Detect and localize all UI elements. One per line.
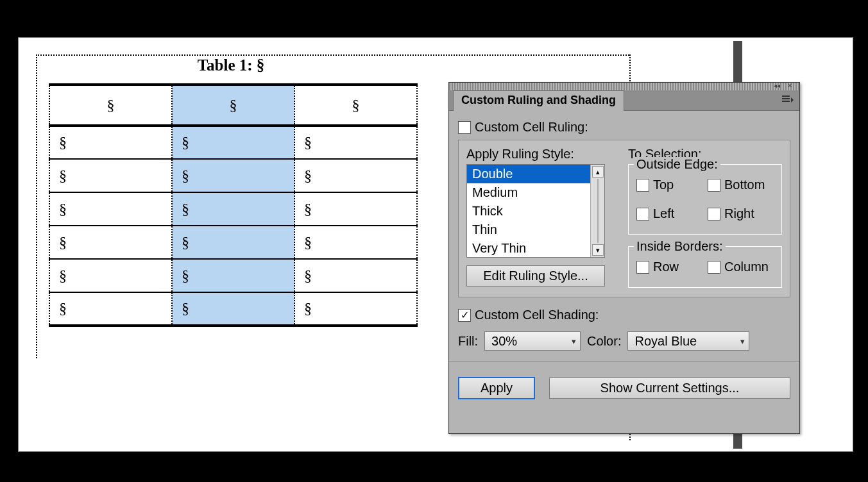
outside-edge-legend: Outside Edge:: [634, 157, 720, 172]
table-cell[interactable]: §: [172, 259, 294, 292]
list-item[interactable]: Very Thin: [467, 239, 590, 257]
inside-row-checkbox[interactable]: [636, 261, 649, 274]
custom-cell-ruling-checkbox[interactable]: [458, 121, 471, 134]
table-cell[interactable]: §: [294, 126, 417, 159]
panel-dragbar[interactable]: ◂◂ ✕: [449, 83, 799, 90]
table-row: § § §: [49, 159, 417, 192]
outside-bottom-label: Bottom: [724, 178, 765, 192]
list-item[interactable]: Thick: [467, 202, 590, 220]
show-current-settings-button[interactable]: Show Current Settings...: [549, 378, 790, 399]
chevron-down-icon: ▾: [740, 337, 745, 346]
outside-edge-fieldset: Outside Edge: Top Bottom Left Right: [628, 164, 782, 235]
inside-row-label: Row: [653, 260, 679, 274]
table-cell[interactable]: §: [294, 259, 417, 292]
table-row: § § §: [49, 126, 417, 159]
panel-tabbar: Custom Ruling and Shading: [449, 90, 799, 111]
table-cell[interactable]: §: [172, 126, 294, 159]
table-row: § § §: [49, 259, 417, 292]
color-select-value: Royal Blue: [634, 334, 697, 349]
table-cell[interactable]: §: [294, 292, 417, 326]
color-select[interactable]: Royal Blue ▾: [627, 331, 749, 351]
apply-ruling-style-label: Apply Ruling Style:: [466, 147, 611, 162]
listbox-scrollbar[interactable]: ▴ ▾: [590, 165, 604, 257]
ruling-group: Apply Ruling Style: Double Medium Thick …: [458, 140, 790, 297]
table-row: § § §: [49, 292, 417, 326]
table-cell[interactable]: §: [172, 292, 294, 326]
panel-menu-icon[interactable]: [781, 94, 794, 106]
ruling-style-listbox[interactable]: Double Medium Thick Thin Very Thin ▴ ▾: [466, 164, 605, 258]
table-cell[interactable]: §: [49, 292, 172, 326]
table-cell[interactable]: §: [172, 159, 294, 192]
table-caption: Table 1: §: [36, 56, 426, 74]
outside-left-checkbox[interactable]: [636, 208, 649, 220]
custom-cell-ruling-label: Custom Cell Ruling:: [475, 120, 588, 135]
scroll-down-icon[interactable]: ▾: [592, 244, 604, 256]
outside-top-checkbox[interactable]: [636, 179, 649, 192]
outside-right-checkbox[interactable]: [708, 208, 720, 220]
outside-right-label: Right: [724, 206, 754, 221]
table-row: § § §: [49, 85, 417, 126]
table-cell[interactable]: §: [294, 85, 417, 126]
list-item[interactable]: Medium: [467, 183, 590, 202]
fill-select[interactable]: 30% ▾: [484, 331, 581, 351]
chevron-down-icon: ▾: [572, 337, 576, 346]
scroll-up-icon[interactable]: ▴: [592, 166, 604, 178]
table-row: § § §: [49, 226, 417, 259]
table-cell[interactable]: §: [294, 159, 417, 192]
table-cell[interactable]: §: [49, 226, 172, 259]
fill-select-value: 30%: [491, 334, 517, 349]
table-cell[interactable]: §: [49, 126, 172, 159]
table-cell[interactable]: §: [294, 192, 417, 226]
document-table[interactable]: § § § § § § § § § § § § § § § § § § § § …: [49, 83, 418, 327]
table-cell[interactable]: §: [172, 226, 294, 259]
panel-divider: [449, 361, 799, 362]
inside-borders-legend: Inside Borders:: [634, 239, 726, 254]
panel-collapse-button[interactable]: ◂◂: [771, 82, 783, 90]
table-cell[interactable]: §: [49, 85, 172, 126]
color-label: Color:: [587, 334, 621, 349]
outside-top-label: Top: [653, 178, 674, 192]
custom-ruling-shading-panel: ◂◂ ✕ Custom Ruling and Shading Custom Ce…: [448, 82, 800, 434]
inside-column-label: Column: [724, 260, 769, 274]
outside-bottom-checkbox[interactable]: [708, 179, 720, 192]
custom-cell-shading-label: Custom Cell Shading:: [475, 308, 599, 322]
list-item[interactable]: Thin: [467, 220, 590, 239]
text-frame-border-top: [36, 54, 629, 56]
custom-cell-shading-checkbox[interactable]: ✓: [458, 309, 471, 322]
panel-close-button[interactable]: ✕: [784, 82, 796, 90]
table-cell[interactable]: §: [294, 226, 417, 259]
outside-left-label: Left: [653, 206, 674, 221]
table-cell[interactable]: §: [172, 192, 294, 226]
table-cell[interactable]: §: [172, 85, 294, 126]
panel-tab-title[interactable]: Custom Ruling and Shading: [453, 90, 624, 111]
scroll-thumb[interactable]: [597, 179, 599, 243]
table-cell[interactable]: §: [49, 192, 172, 226]
list-item[interactable]: Double: [467, 165, 590, 183]
inside-borders-fieldset: Inside Borders: Row Column: [628, 246, 782, 288]
inside-column-checkbox[interactable]: [708, 261, 720, 274]
table-cell[interactable]: §: [49, 159, 172, 192]
table-cell[interactable]: §: [49, 259, 172, 292]
apply-button[interactable]: Apply: [458, 377, 535, 399]
fill-label: Fill:: [458, 334, 478, 349]
edit-ruling-style-button[interactable]: Edit Ruling Style...: [466, 265, 605, 287]
table-row: § § §: [49, 192, 417, 226]
text-frame-border-left: [36, 54, 37, 358]
